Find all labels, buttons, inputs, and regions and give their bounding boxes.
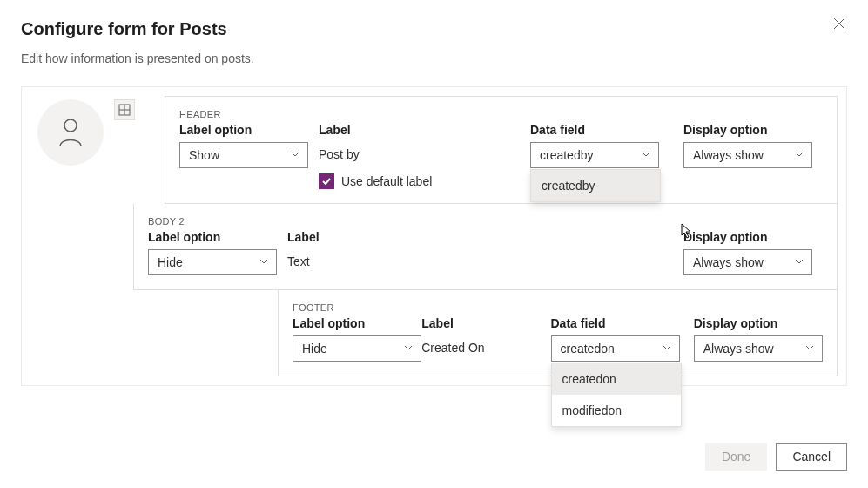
section-footer-label: FOOTER	[293, 302, 334, 313]
chevron-down-icon	[662, 342, 672, 356]
footer-label-option-value: Hide	[302, 342, 327, 356]
layout-grid-icon[interactable]	[114, 99, 135, 120]
dropdown-option[interactable]: createdon	[552, 363, 681, 395]
header-data-field-value: createdby	[540, 148, 593, 162]
chevron-down-icon	[641, 148, 651, 162]
body-display-value: Always show	[693, 255, 764, 269]
avatar-area	[37, 99, 135, 166]
header-use-default-row[interactable]: Use default label	[319, 173, 458, 189]
section-body: BODY 2 Label option Hide Label Text	[133, 204, 838, 290]
body-display-select[interactable]: Always show	[683, 249, 812, 275]
form-canvas: HEADER Label option Show Label Post by	[21, 86, 847, 386]
chevron-down-icon	[794, 255, 804, 269]
checkbox-checked-icon[interactable]	[319, 173, 334, 189]
cancel-button[interactable]: Cancel	[776, 443, 847, 471]
body-label-option-heading: Label option	[148, 230, 287, 244]
body-display-heading: Display option	[683, 230, 823, 244]
configure-form-dialog: Configure form for Posts Edit how inform…	[0, 0, 868, 386]
footer-display-heading: Display option	[694, 316, 823, 330]
footer-data-field-heading: Data field	[551, 316, 680, 330]
header-label-option-heading: Label option	[179, 123, 319, 137]
body-label-option-select[interactable]: Hide	[148, 249, 277, 275]
footer-label-option-select[interactable]: Hide	[293, 336, 421, 362]
dialog-actions: Done Cancel	[705, 443, 847, 471]
dialog-subtitle: Edit how information is presented on pos…	[21, 51, 847, 65]
footer-display-select[interactable]: Always show	[694, 336, 823, 362]
header-data-field-heading: Data field	[530, 123, 670, 137]
chevron-down-icon	[403, 342, 414, 356]
footer-data-field-dropdown: createdon modifiedon	[551, 363, 682, 427]
header-use-default-label: Use default label	[341, 174, 432, 188]
footer-display-value: Always show	[703, 342, 774, 356]
header-label-heading: Label	[319, 123, 458, 137]
footer-data-field-value: createdon	[561, 342, 615, 356]
body-label-heading: Label	[287, 230, 427, 244]
section-body-label: BODY 2	[148, 216, 185, 227]
dropdown-option[interactable]: createdby	[531, 170, 660, 201]
svg-point-0	[64, 119, 77, 132]
chevron-down-icon	[794, 148, 804, 162]
header-data-field-dropdown: createdby	[530, 169, 661, 202]
dialog-title: Configure form for Posts	[21, 19, 847, 39]
dropdown-option[interactable]: modifiedon	[552, 395, 681, 426]
body-label-value: Text	[287, 249, 427, 268]
footer-label-value: Created On	[421, 336, 550, 355]
chevron-down-icon	[259, 255, 269, 269]
header-display-heading: Display option	[683, 123, 823, 137]
header-display-select[interactable]: Always show	[683, 142, 812, 168]
header-label-option-value: Show	[189, 148, 219, 162]
avatar-icon	[37, 99, 104, 166]
section-header-label: HEADER	[179, 109, 221, 119]
close-icon[interactable]	[831, 16, 847, 31]
section-header: HEADER Label option Show Label Post by	[165, 96, 838, 204]
body-label-option-value: Hide	[158, 255, 183, 269]
header-label-value: Post by	[319, 142, 458, 161]
done-button[interactable]: Done	[705, 443, 767, 471]
header-label-option-select[interactable]: Show	[179, 142, 308, 168]
chevron-down-icon	[804, 342, 815, 356]
footer-data-field-select[interactable]: createdon createdon modifiedon	[551, 336, 680, 362]
header-display-value: Always show	[693, 148, 764, 162]
chevron-down-icon	[290, 148, 300, 162]
section-footer: FOOTER Label option Hide Label Created O…	[278, 290, 838, 376]
footer-label-heading: Label	[421, 316, 550, 330]
footer-label-option-heading: Label option	[293, 316, 421, 330]
header-data-field-select[interactable]: createdby createdby	[530, 142, 659, 168]
